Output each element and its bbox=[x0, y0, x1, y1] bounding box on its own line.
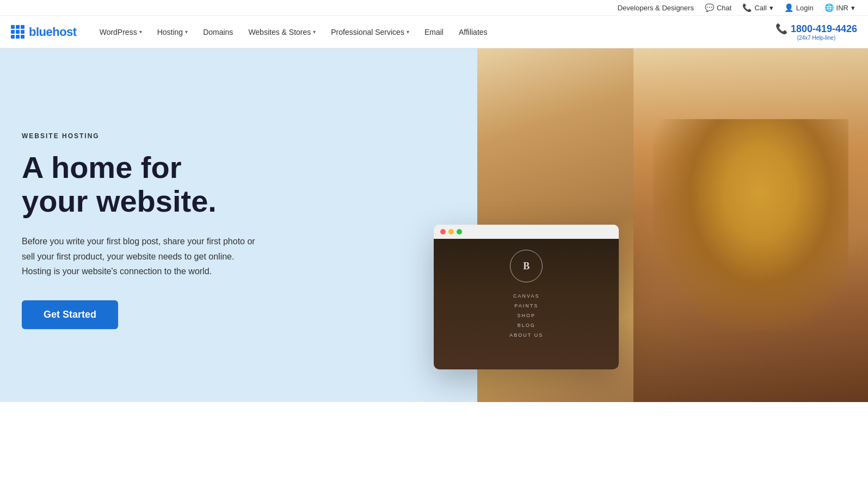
browser-toolbar bbox=[434, 225, 619, 239]
globe-icon: 🌐 bbox=[824, 3, 834, 12]
shirt-highlight bbox=[653, 119, 848, 331]
chevron-down-icon: ▾ bbox=[313, 29, 316, 35]
browser-menu-shop: SHOP bbox=[517, 313, 535, 318]
call-link[interactable]: 📞 Call ▾ bbox=[742, 3, 773, 12]
browser-menu-about: ABOUT US bbox=[509, 332, 543, 338]
nav-hosting[interactable]: Hosting ▾ bbox=[151, 23, 194, 41]
browser-close-dot bbox=[440, 229, 446, 234]
nav-email[interactable]: Email bbox=[418, 23, 450, 41]
hero-image-area: B CANVAS PAINTS SHOP BLOG ABOUT US bbox=[477, 48, 868, 402]
logo-grid-icon bbox=[11, 25, 24, 39]
hero-content: WEBSITE HOSTING A home for your website.… bbox=[0, 48, 477, 402]
phone-subtitle: (24x7 Help-line) bbox=[775, 35, 857, 41]
hero-eyebrow: WEBSITE HOSTING bbox=[22, 132, 445, 140]
chat-label: Chat bbox=[717, 4, 731, 12]
browser-site-logo: B bbox=[510, 250, 543, 282]
nav-professional-services[interactable]: Professional Services ▾ bbox=[324, 23, 416, 41]
browser-minimize-dot bbox=[448, 229, 454, 234]
developers-link[interactable]: Developers & Designers bbox=[618, 4, 694, 12]
developers-label: Developers & Designers bbox=[618, 4, 694, 12]
chat-icon: 💬 bbox=[705, 3, 714, 12]
browser-content: B CANVAS PAINTS SHOP BLOG ABOUT US bbox=[434, 239, 619, 369]
nav-wordpress[interactable]: WordPress ▾ bbox=[93, 23, 149, 41]
currency-label: INR bbox=[836, 4, 848, 12]
phone-block: 📞 1800-419-4426 (24x7 Help-line) bbox=[775, 23, 857, 41]
nav-domains[interactable]: Domains bbox=[196, 23, 239, 41]
browser-mockup: B CANVAS PAINTS SHOP BLOG ABOUT US bbox=[434, 225, 619, 369]
call-label: Call bbox=[754, 4, 766, 12]
browser-menu-items: CANVAS PAINTS SHOP BLOG ABOUT US bbox=[445, 293, 608, 338]
logo-text: bluehost bbox=[29, 25, 77, 39]
browser-menu-canvas: CANVAS bbox=[513, 293, 539, 299]
nav-right: 📞 1800-419-4426 (24x7 Help-line) bbox=[775, 23, 857, 41]
phone-handset-icon: 📞 bbox=[775, 23, 787, 35]
chevron-down-icon: ▾ bbox=[407, 29, 409, 35]
chevron-down-icon: ▾ bbox=[139, 29, 142, 35]
nav-websites-stores[interactable]: Websites & Stores ▾ bbox=[242, 23, 322, 41]
browser-menu-blog: BLOG bbox=[518, 323, 535, 328]
browser-maximize-dot bbox=[457, 229, 462, 234]
hero-section: WEBSITE HOSTING A home for your website.… bbox=[0, 48, 868, 402]
main-navigation: bluehost WordPress ▾ Hosting ▾ Domains W… bbox=[0, 16, 868, 48]
phone-icon: 📞 bbox=[742, 3, 752, 12]
top-utility-bar: Developers & Designers 💬 Chat 📞 Call ▾ 👤… bbox=[0, 0, 868, 16]
nav-affiliates[interactable]: Affiliates bbox=[452, 23, 494, 41]
logo-link[interactable]: bluehost bbox=[11, 25, 77, 39]
login-link[interactable]: 👤 Login bbox=[784, 3, 814, 12]
currency-selector[interactable]: 🌐 INR ▾ bbox=[824, 3, 855, 12]
chat-link[interactable]: 💬 Chat bbox=[705, 3, 731, 12]
get-started-button[interactable]: Get Started bbox=[22, 300, 118, 329]
currency-chevron: ▾ bbox=[851, 4, 855, 12]
login-label: Login bbox=[796, 4, 814, 12]
hero-description: Before you write your first blog post, s… bbox=[22, 234, 261, 279]
chevron-down-icon: ▾ bbox=[185, 29, 188, 35]
nav-items: WordPress ▾ Hosting ▾ Domains Websites &… bbox=[93, 23, 775, 41]
call-chevron: ▾ bbox=[769, 4, 773, 12]
user-icon: 👤 bbox=[784, 3, 793, 12]
hero-title: A home for your website. bbox=[22, 151, 445, 218]
phone-number[interactable]: 📞 1800-419-4426 bbox=[775, 23, 857, 35]
browser-menu-paints: PAINTS bbox=[514, 303, 538, 308]
